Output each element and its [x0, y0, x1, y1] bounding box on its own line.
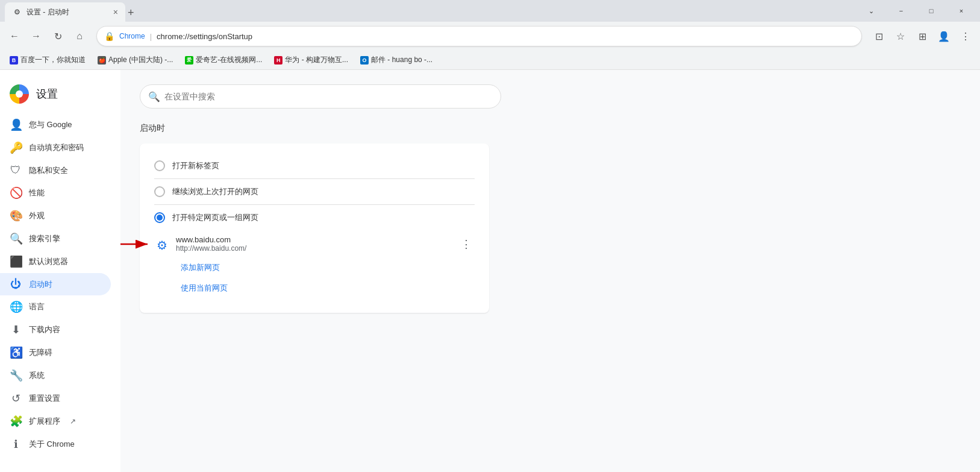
tab-strip: ⚙ 设置 - 启动时 × +	[5, 0, 852, 22]
back-button[interactable]: ←	[5, 27, 24, 46]
bookmarks-bar: B 百度一下，你就知道 🍎 Apple (中国大陆) -... 爱 爱奇艺-在线…	[0, 51, 980, 70]
search-icon: 🔍	[148, 91, 160, 102]
sidebar-label-download: 下载内容	[29, 324, 60, 335]
baidu-site-favicon: ⚙	[157, 238, 169, 250]
minimize-button[interactable]: −	[887, 1, 915, 20]
settings-search-input[interactable]	[140, 84, 501, 109]
sidebar-item-privacy[interactable]: 🛡 隐私和安全	[0, 159, 111, 181]
url-separator: |	[150, 32, 152, 41]
download-icon: ⬇	[10, 323, 22, 336]
sidebar-label-performance: 性能	[29, 187, 45, 198]
sidebar-item-download[interactable]: ⬇ 下载内容	[0, 318, 111, 341]
sidebar-item-autofill[interactable]: 🔑 自动填充和密码	[0, 136, 111, 159]
sidebar-item-performance[interactable]: 🚫 性能	[0, 181, 111, 204]
huawei-favicon: H	[274, 56, 282, 65]
red-arrow-svg	[120, 237, 152, 251]
reset-icon: ↺	[10, 392, 22, 405]
use-current-page-button[interactable]: 使用当前网页	[173, 278, 235, 298]
sidebar-item-system[interactable]: 🔧 系统	[0, 364, 111, 387]
system-icon: 🔧	[10, 369, 22, 382]
radio-new-tab[interactable]	[154, 160, 165, 171]
sidebar-label-search: 搜索引擎	[29, 233, 60, 244]
extension-button[interactable]: ⊞	[913, 27, 932, 46]
info-icon: ℹ	[10, 438, 22, 451]
arrow-indicator	[120, 237, 152, 251]
bookmark-outlook[interactable]: O 邮件 - huang bo -...	[355, 54, 437, 66]
title-bar: ⚙ 设置 - 启动时 × + ⌄ − □ ×	[0, 0, 980, 22]
bookmark-huawei-label: 华为 - 构建万物互...	[285, 55, 348, 65]
cast-button[interactable]: ⊡	[869, 27, 888, 46]
bookmark-baidu[interactable]: B 百度一下，你就知道	[5, 54, 90, 66]
accessibility-icon: ♿	[10, 346, 22, 359]
tab-close-button[interactable]: ×	[113, 7, 118, 17]
radio-continue[interactable]	[154, 186, 165, 197]
chrome-badge: Chrome	[119, 32, 145, 40]
sidebar-item-browser[interactable]: ⬛ 默认浏览器	[0, 250, 111, 273]
search-wrapper: 🔍	[140, 84, 501, 109]
option-new-tab-label: 打开新标签页	[172, 160, 219, 171]
bookmark-iqiyi-label: 爱奇艺-在线视频网...	[196, 55, 262, 65]
saved-website-item: ⚙ www.baidu.com http://www.baidu.com/ ⋮	[149, 230, 479, 257]
main-content: 设置 👤 您与 Google 🔑 自动填充和密码 🛡 隐私和安全 🚫 性能 🎨 …	[0, 70, 980, 472]
active-tab[interactable]: ⚙ 设置 - 启动时 ×	[5, 2, 125, 22]
sidebar: 设置 👤 您与 Google 🔑 自动填充和密码 🛡 隐私和安全 🚫 性能 🎨 …	[0, 70, 120, 472]
shield-icon: 🛡	[10, 164, 22, 177]
paint-icon: 🎨	[10, 209, 22, 222]
tab-title: 设置 - 启动时	[27, 7, 69, 17]
bookmark-apple-label: Apple (中国大陆) -...	[108, 55, 173, 65]
lock-icon: 🔒	[104, 31, 114, 41]
sidebar-label-about: 关于 Chrome	[29, 439, 75, 450]
forward-button[interactable]: →	[27, 27, 46, 46]
sidebar-item-appearance[interactable]: 🎨 外观	[0, 204, 111, 227]
browser-icon: ⬛	[10, 255, 22, 268]
startup-options-card: 打开新标签页 继续浏览上次打开的网页 打开特定网页或一组网页	[140, 143, 489, 313]
refresh-button[interactable]: ↻	[48, 27, 67, 46]
radio-specific[interactable]	[154, 212, 165, 223]
nav-right-buttons: ⊡ ☆ ⊞ 👤 ⋮	[869, 27, 975, 46]
close-button[interactable]: ×	[947, 1, 975, 20]
dropdown-button[interactable]: ⌄	[857, 1, 885, 20]
bookmark-button[interactable]: ☆	[891, 27, 910, 46]
sidebar-item-extensions[interactable]: 🧩 扩展程序 ↗	[0, 410, 111, 433]
add-new-page-button[interactable]: 添加新网页	[173, 257, 227, 278]
sidebar-label-startup: 启动时	[29, 279, 52, 290]
sidebar-label-profile: 您与 Google	[29, 119, 72, 130]
outlook-favicon: O	[360, 56, 369, 65]
address-bar[interactable]: 🔒 Chrome | chrome://settings/onStartup	[96, 26, 862, 46]
sidebar-logo: 设置	[0, 80, 120, 113]
tab-favicon: ⚙	[12, 7, 22, 17]
sidebar-item-language[interactable]: 🌐 语言	[0, 295, 111, 318]
maximize-button[interactable]: □	[917, 1, 945, 20]
sidebar-item-accessibility[interactable]: ♿ 无障碍	[0, 341, 111, 364]
sidebar-label-autofill: 自动填充和密码	[29, 142, 84, 153]
menu-button[interactable]: ⋮	[956, 27, 975, 46]
home-button[interactable]: ⌂	[70, 27, 89, 46]
sidebar-label-extensions: 扩展程序	[29, 416, 60, 427]
site-name: www.baidu.com	[176, 235, 451, 244]
navigation-bar: ← → ↻ ⌂ 🔒 Chrome | chrome://settings/onS…	[0, 22, 980, 51]
language-icon: 🌐	[10, 300, 22, 313]
page-content: 🔍 启动时 打开新标签页 继续浏览上次打开的网页	[120, 70, 980, 472]
profile-icon: 👤	[10, 118, 22, 131]
bookmark-apple[interactable]: 🍎 Apple (中国大陆) -...	[93, 54, 178, 66]
profile-button[interactable]: 👤	[934, 27, 953, 46]
startup-section-title: 启动时	[140, 123, 961, 134]
new-tab-button[interactable]: +	[125, 4, 137, 22]
bookmark-outlook-label: 邮件 - huang bo -...	[371, 55, 432, 65]
bookmark-huawei[interactable]: H 华为 - 构建万物互...	[269, 54, 353, 66]
startup-icon: ⏻	[10, 278, 22, 291]
sidebar-item-search[interactable]: 🔍 搜索引擎	[0, 227, 111, 250]
baidu-favicon: B	[10, 56, 18, 65]
option-new-tab[interactable]: 打开新标签页	[149, 153, 479, 178]
site-more-button[interactable]: ⋮	[458, 236, 475, 253]
sidebar-item-about[interactable]: ℹ 关于 Chrome	[0, 433, 111, 456]
option-continue[interactable]: 继续浏览上次打开的网页	[149, 179, 479, 204]
sidebar-item-reset[interactable]: ↺ 重置设置	[0, 387, 111, 410]
chrome-logo-icon	[10, 84, 29, 104]
bookmark-iqiyi[interactable]: 爱 爱奇艺-在线视频网...	[180, 54, 267, 66]
site-info: www.baidu.com http://www.baidu.com/	[176, 235, 451, 253]
option-specific[interactable]: 打开特定网页或一组网页	[149, 205, 479, 230]
site-url: http://www.baidu.com/	[176, 244, 451, 253]
sidebar-item-startup[interactable]: ⏻ 启动时	[0, 273, 111, 295]
sidebar-item-profile[interactable]: 👤 您与 Google	[0, 113, 111, 136]
